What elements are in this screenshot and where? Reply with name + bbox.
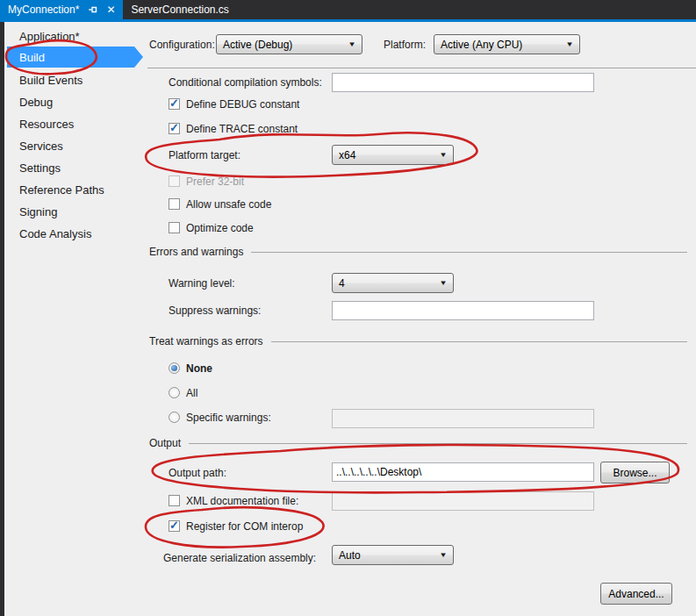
document-tab-bar: MyConnection* ✕ ServerConnection.cs xyxy=(0,0,696,22)
pin-icon[interactable] xyxy=(88,4,99,16)
close-icon[interactable]: ✕ xyxy=(106,4,115,15)
define-debug-checkbox[interactable]: ✓ xyxy=(169,98,180,110)
allow-unsafe-label: Allow unsafe code xyxy=(186,197,271,211)
com-interop-checkbox[interactable]: ✓ xyxy=(169,520,180,532)
define-trace-checkbox[interactable]: ✓ xyxy=(169,123,180,134)
configuration-value: Active (Debug) xyxy=(223,39,348,51)
platform-label: Platform: xyxy=(384,38,426,52)
specific-warnings-input xyxy=(332,409,594,428)
platform-target-label: Platform target: xyxy=(169,148,240,162)
errors-warnings-section-header: Errors and warnings xyxy=(149,245,687,259)
warning-level-value: 4 xyxy=(339,277,440,290)
selection-arrow xyxy=(134,47,143,68)
header-separator xyxy=(147,68,696,68)
treat-warnings-all-radio[interactable] xyxy=(169,387,180,398)
sidebar-item-resources[interactable]: Resources xyxy=(19,118,74,132)
warning-level-label: Warning level: xyxy=(169,276,235,290)
prefer-32bit-checkbox xyxy=(169,175,180,187)
sidebar-item-reference-paths[interactable]: Reference Paths xyxy=(19,183,104,197)
com-interop-label: Register for COM interop xyxy=(186,519,303,534)
configuration-dropdown[interactable]: Active (Debug) ▼ xyxy=(216,34,362,54)
suppress-warnings-label: Suppress warnings: xyxy=(169,304,261,318)
section-rule xyxy=(189,443,687,444)
dropdown-arrow-icon: ▼ xyxy=(439,279,448,287)
treat-warnings-specific-label: Specific warnings: xyxy=(186,411,271,425)
serialization-value: Auto xyxy=(339,549,440,562)
dropdown-arrow-icon: ▼ xyxy=(439,551,448,559)
sidebar-item-code-analysis[interactable]: Code Analysis xyxy=(19,227,91,241)
optimize-code-label: Optimize code xyxy=(186,221,254,235)
tab-serverconnection[interactable]: ServerConnection.cs xyxy=(123,0,236,19)
sidebar-item-services[interactable]: Services xyxy=(19,140,63,154)
advanced-button[interactable]: Advanced... xyxy=(600,583,672,605)
checkmark-icon: ✓ xyxy=(169,519,179,532)
window-left-edge xyxy=(0,22,4,616)
dropdown-arrow-icon: ▼ xyxy=(348,40,356,48)
treat-warnings-specific-radio[interactable] xyxy=(169,412,180,423)
sidebar-item-settings[interactable]: Settings xyxy=(19,161,61,175)
browse-button[interactable]: Browse... xyxy=(600,462,670,483)
platform-dropdown[interactable]: Active (Any CPU) ▼ xyxy=(434,34,580,54)
conditional-symbols-label: Conditional compilation symbols: xyxy=(169,75,322,90)
sidebar-item-signing[interactable]: Signing xyxy=(19,205,57,219)
sidebar-item-build[interactable]: Build xyxy=(19,51,45,65)
treat-warnings-none-label: None xyxy=(186,362,212,376)
warning-level-dropdown[interactable]: 4 ▼ xyxy=(332,273,454,293)
section-rule xyxy=(271,341,687,342)
define-trace-label: Define TRACE constant xyxy=(186,122,298,136)
suppress-warnings-input[interactable] xyxy=(332,301,594,320)
section-title: Errors and warnings xyxy=(149,246,243,258)
checkmark-icon: ✓ xyxy=(169,121,179,134)
sidebar-item-debug[interactable]: Debug xyxy=(19,96,53,110)
sidebar-item-build-events[interactable]: Build Events xyxy=(19,74,83,88)
output-section-header: Output xyxy=(149,436,687,450)
output-path-input[interactable] xyxy=(332,462,594,482)
xml-doc-input xyxy=(332,491,594,511)
prefer-32bit-label: Prefer 32-bit xyxy=(186,175,244,189)
tab-label: ServerConnection.cs xyxy=(131,4,228,16)
xml-doc-checkbox[interactable] xyxy=(169,495,180,506)
tab-myconnection[interactable]: MyConnection* ✕ xyxy=(0,0,123,19)
treat-warnings-none-radio[interactable] xyxy=(169,362,180,374)
define-debug-label: Define DEBUG constant xyxy=(186,97,299,111)
platform-target-dropdown[interactable]: x64 ▼ xyxy=(332,145,454,165)
configuration-label: Configuration: xyxy=(149,38,215,52)
output-path-label: Output path: xyxy=(169,466,226,480)
serialization-label: Generate serialization assembly: xyxy=(163,551,316,565)
section-title: Output xyxy=(149,437,181,449)
treat-warnings-all-label: All xyxy=(186,386,197,400)
optimize-code-checkbox[interactable] xyxy=(169,222,180,233)
allow-unsafe-checkbox[interactable] xyxy=(169,198,180,210)
dropdown-arrow-icon: ▼ xyxy=(439,151,448,159)
platform-target-value: x64 xyxy=(339,149,440,161)
project-properties-window: MyConnection* ✕ ServerConnection.cs Appl… xyxy=(0,0,696,616)
platform-value: Active (Any CPU) xyxy=(441,39,566,51)
serialization-dropdown[interactable]: Auto ▼ xyxy=(332,545,454,565)
treat-warnings-section-header: Treat warnings as errors xyxy=(149,334,687,348)
tab-label: MyConnection* xyxy=(8,4,79,16)
dropdown-arrow-icon: ▼ xyxy=(565,40,574,48)
sidebar-item-application[interactable]: Application* xyxy=(19,30,80,44)
section-title: Treat warnings as errors xyxy=(149,335,263,347)
checkmark-icon: ✓ xyxy=(169,97,179,110)
section-rule xyxy=(251,252,687,253)
xml-doc-label: XML documentation file: xyxy=(186,494,298,508)
conditional-symbols-input[interactable] xyxy=(332,73,594,92)
